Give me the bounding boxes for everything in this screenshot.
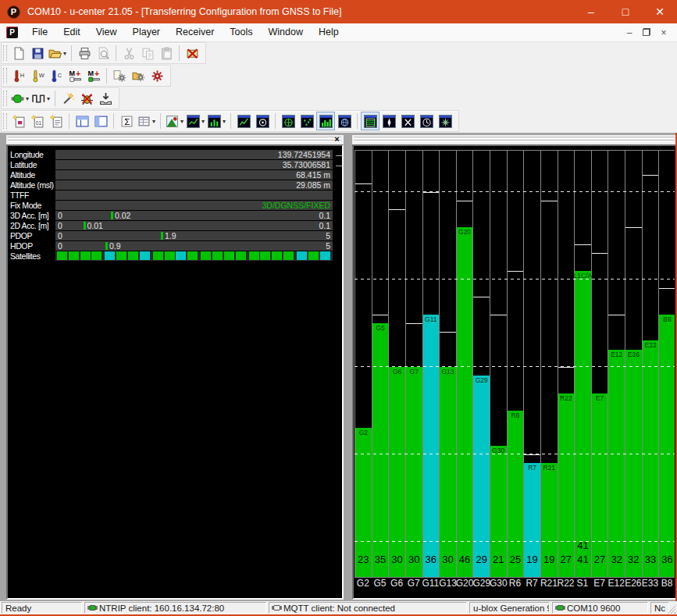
deviation-map-button[interactable] [253, 112, 272, 130]
gauge-max: 0.1 [319, 211, 330, 220]
peak-marker [355, 183, 372, 184]
table-view-button[interactable]: ▾ [136, 112, 157, 130]
peak-marker [541, 201, 558, 201]
signal-chart-button[interactable] [316, 112, 335, 130]
bar-id-label: R22 [554, 394, 579, 402]
binary-console-button[interactable]: 01 [28, 112, 47, 130]
line-chart-button[interactable]: ▾ [185, 112, 206, 130]
peak-marker [524, 454, 540, 455]
toolbar-grip[interactable] [3, 91, 7, 106]
maximize-button[interactable]: □ [608, 0, 643, 23]
menu-items: FileEditViewPlayerReceiverToolsWindowHel… [24, 23, 347, 41]
configuration-read-button[interactable] [110, 66, 129, 85]
scatter-view-button[interactable] [298, 112, 316, 130]
satellite-indicator [91, 251, 102, 260]
dropdown-arrow-icon[interactable]: ▾ [26, 95, 29, 102]
dropdown-arrow-icon[interactable]: ▾ [63, 50, 66, 57]
dropdown-arrow-icon[interactable]: ▾ [201, 118, 205, 125]
autobauding-button[interactable] [59, 89, 77, 108]
configuration-store-button[interactable] [129, 66, 148, 85]
toolbar-grip[interactable] [3, 45, 7, 61]
earth-view-button[interactable] [335, 112, 354, 130]
menu-item-tools[interactable]: Tools [222, 23, 260, 41]
data-row-bar [55, 251, 333, 261]
toolbar-grip[interactable] [3, 113, 7, 129]
signal-column-G6: G630 [388, 150, 405, 578]
print-preview-button[interactable] [94, 44, 112, 62]
menu-item-receiver[interactable]: Receiver [168, 23, 222, 41]
histogram-chart-button[interactable]: ▾ [206, 112, 227, 130]
packet-console-button[interactable] [9, 112, 28, 130]
save-file-button[interactable] [28, 44, 47, 62]
status-com-port[interactable]: COM10 9600 [552, 602, 648, 614]
menu-item-view[interactable]: View [88, 23, 125, 41]
doc-icon [12, 47, 26, 60]
status-ntrip-client[interactable]: NTRIP client: 160.16.134.72:80 [84, 602, 266, 614]
copy-button[interactable] [138, 44, 157, 62]
satellite-indicator [176, 251, 186, 260]
data-view-button[interactable] [361, 112, 379, 130]
signal-bar [406, 367, 422, 577]
menu-item-file[interactable]: File [24, 23, 55, 41]
status-mqtt-client[interactable]: MQTT client: Not connected [269, 602, 467, 614]
statistic-view-button[interactable]: Σ [117, 112, 136, 130]
data-row-3d-acc-m: 3D Acc. [m]00.020.1 [8, 210, 342, 220]
paste-button[interactable] [157, 44, 176, 62]
abort-transfer-button[interactable] [183, 44, 201, 62]
resize-grip[interactable] [666, 604, 675, 614]
record-messages-button[interactable]: M+ [66, 66, 84, 85]
gear-folder-icon [132, 69, 145, 83]
child-window-icon[interactable]: P [6, 27, 18, 38]
data-row-2d-acc-m: 2D Acc. [m]00.010.1 [8, 220, 342, 230]
svg-text:W: W [38, 71, 44, 78]
dock-layout-button[interactable] [73, 112, 91, 130]
dropdown-arrow-icon[interactable]: ▾ [180, 118, 184, 125]
msg-add-white-icon: M+ [69, 69, 82, 83]
gauge-marker [105, 242, 108, 250]
sky-map-button[interactable] [436, 112, 454, 130]
data-view-titlebar[interactable]: × [6, 135, 344, 144]
cut-button[interactable] [119, 44, 138, 62]
data-row-value: 35.73006581 [283, 160, 330, 169]
print-button[interactable] [75, 44, 94, 62]
close-button[interactable]: ✕ [643, 0, 677, 23]
data-row-bar: 3D/DGNSS/FIXED [55, 201, 333, 210]
child-close-button[interactable]: × [655, 27, 672, 38]
column-layout-button[interactable] [91, 112, 110, 130]
menu-item-window[interactable]: Window [261, 23, 311, 41]
dropdown-arrow-icon[interactable]: ▾ [152, 118, 155, 125]
compass-view-button[interactable] [379, 112, 398, 130]
hotstart-button[interactable]: H [9, 66, 28, 85]
new-file-button[interactable] [9, 44, 28, 62]
dropdown-arrow-icon[interactable]: ▾ [223, 118, 226, 125]
send-messages-button[interactable]: M+ [84, 66, 103, 85]
debugger-button[interactable] [77, 89, 96, 108]
menu-item-player[interactable]: Player [125, 23, 168, 41]
sky-view-button[interactable] [279, 112, 298, 130]
connect-receiver-button[interactable]: ▾ [9, 89, 30, 108]
firmware-download-button[interactable] [96, 89, 115, 108]
child-restore-button[interactable] [638, 27, 655, 38]
menu-item-edit[interactable]: Edit [55, 23, 88, 41]
mqtt-connection-icon [273, 605, 280, 611]
doc-star-bin-icon: 01 [31, 115, 45, 128]
satellite-id-label: E12 [608, 578, 625, 590]
chart-view-button[interactable]: ▾ [164, 112, 185, 130]
minimize-button[interactable]: – [574, 0, 608, 23]
text-console-button[interactable] [47, 112, 66, 130]
open-file-button[interactable]: ▾ [47, 44, 68, 62]
toolbar-grip[interactable] [3, 68, 7, 84]
clock-view-button[interactable] [417, 112, 436, 130]
menu-item-help[interactable]: Help [311, 23, 347, 41]
baudrate-button[interactable]: ▾ [30, 89, 52, 108]
signal-chart-titlebar[interactable] [352, 135, 677, 144]
configuration-clear-button[interactable] [148, 66, 166, 85]
child-minimize-button[interactable]: – [621, 27, 638, 38]
data-row-bar: 00.010.1 [55, 221, 333, 230]
close-view-button[interactable]: × [333, 135, 341, 144]
warmstart-button[interactable]: W [28, 66, 47, 85]
coldstart-button[interactable]: C [47, 66, 66, 85]
map-view-button[interactable] [234, 112, 253, 130]
dropdown-arrow-icon[interactable]: ▾ [47, 95, 50, 102]
deviation-view-button[interactable] [398, 112, 417, 130]
